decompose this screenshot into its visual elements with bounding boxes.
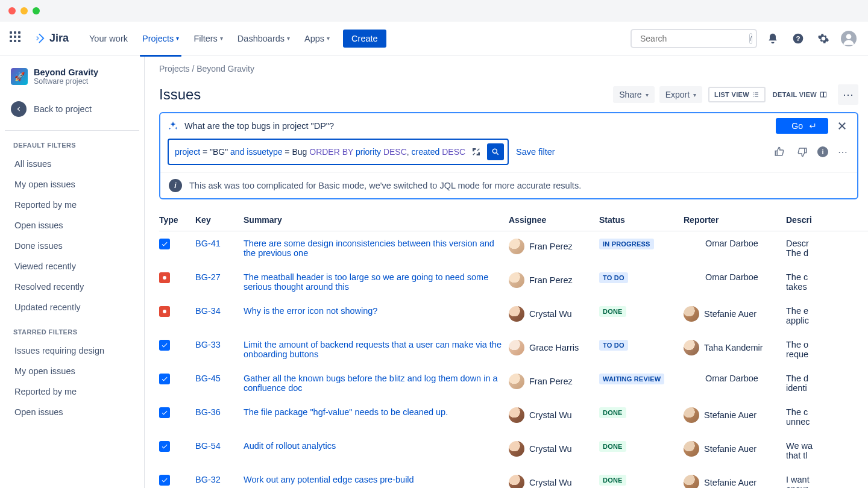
thumbs-down-button[interactable]: [794, 144, 810, 160]
back-to-project[interactable]: Back to project: [5, 96, 139, 122]
issue-key[interactable]: BG-32: [195, 475, 221, 484]
save-filter-link[interactable]: Save filter: [516, 147, 555, 157]
mac-minimize-button[interactable]: [20, 7, 28, 14]
status-badge[interactable]: DONE: [599, 306, 626, 317]
col-type[interactable]: Type: [159, 209, 195, 231]
expand-jql-button[interactable]: [469, 145, 483, 159]
issue-summary[interactable]: There are some design inconsistencies be…: [244, 239, 494, 258]
col-reporter[interactable]: Reporter: [684, 209, 786, 231]
filter-item[interactable]: Reported by me: [5, 195, 139, 215]
jql-input[interactable]: project = "BG" and issuetype = Bug ORDER…: [168, 139, 509, 165]
status-badge[interactable]: TO DO: [599, 272, 628, 283]
filter-item[interactable]: Updated recently: [5, 297, 139, 318]
export-button[interactable]: Export▾: [659, 86, 702, 103]
assignee-cell[interactable]: Fran Perez: [509, 272, 593, 288]
filter-item[interactable]: My open issues: [5, 361, 139, 381]
reporter-cell[interactable]: Omar Darboe: [684, 272, 780, 282]
filter-item[interactable]: Done issues: [5, 236, 139, 256]
detail-view-button[interactable]: DETAIL VIEW: [768, 87, 832, 102]
status-badge[interactable]: WAITING REVIEW: [599, 374, 664, 384]
table-row[interactable]: BG-36The file package "hgf-value" needs …: [159, 400, 868, 434]
assignee-cell[interactable]: Grace Harris: [509, 340, 593, 355]
status-badge[interactable]: IN PROGRESS: [599, 239, 654, 249]
reporter-cell[interactable]: Stefanie Auer: [684, 441, 780, 457]
issue-key[interactable]: BG-34: [195, 306, 221, 316]
filter-item[interactable]: Resolved recently: [5, 277, 139, 297]
settings-icon[interactable]: [814, 29, 833, 48]
issue-key[interactable]: BG-41: [195, 239, 221, 248]
issue-key[interactable]: BG-33: [195, 340, 221, 349]
issue-key[interactable]: BG-27: [195, 272, 221, 282]
issue-summary[interactable]: Audit of rollout analytics: [244, 441, 336, 451]
col-key[interactable]: Key: [195, 209, 244, 231]
table-row[interactable]: BG-54Audit of rollout analyticsCrystal W…: [159, 434, 868, 468]
issue-summary[interactable]: Work out any potential edge cases pre-bu…: [244, 475, 414, 484]
assignee-cell[interactable]: Crystal Wu: [509, 306, 593, 322]
issue-summary[interactable]: The meatball header is too large so we a…: [244, 272, 488, 292]
app-switcher-icon[interactable]: [10, 31, 24, 46]
table-row[interactable]: BG-41There are some design inconsistenci…: [159, 231, 868, 266]
col-status[interactable]: Status: [599, 209, 684, 231]
ai-go-button[interactable]: Go: [776, 118, 828, 134]
filter-item[interactable]: Open issues: [5, 402, 139, 422]
list-view-button[interactable]: LIST VIEW: [708, 87, 766, 102]
nav-apps[interactable]: Apps▾: [298, 29, 336, 48]
thumbs-up-button[interactable]: [772, 144, 787, 160]
more-actions-button[interactable]: ⋯: [838, 84, 858, 105]
create-button[interactable]: Create: [343, 30, 386, 48]
jql-more-button[interactable]: ⋯: [835, 144, 850, 160]
status-badge[interactable]: DONE: [599, 475, 626, 486]
profile-avatar[interactable]: [839, 29, 858, 48]
assignee-cell[interactable]: Crystal Wu: [509, 441, 593, 457]
reporter-cell[interactable]: Stefanie Auer: [684, 475, 780, 488]
assignee-cell[interactable]: Crystal Wu: [509, 475, 593, 488]
filter-item[interactable]: My open issues: [5, 174, 139, 195]
reporter-cell[interactable]: Stefanie Auer: [684, 407, 780, 423]
filter-item[interactable]: Reported by me: [5, 381, 139, 402]
table-row[interactable]: BG-45Gather all the known bugs before th…: [159, 366, 868, 400]
issue-summary[interactable]: Gather all the known bugs before the bli…: [244, 374, 498, 393]
nav-projects[interactable]: Projects▾: [136, 29, 185, 48]
mac-close-button[interactable]: [8, 7, 16, 14]
ai-close-button[interactable]: [834, 118, 850, 134]
notifications-icon[interactable]: [763, 29, 782, 48]
filter-item[interactable]: Open issues: [5, 215, 139, 236]
issue-key[interactable]: BG-45: [195, 374, 221, 383]
assignee-cell[interactable]: Fran Perez: [509, 239, 593, 254]
mac-zoom-button[interactable]: [33, 7, 40, 14]
reporter-cell[interactable]: Omar Darboe: [684, 374, 780, 383]
issue-key[interactable]: BG-54: [195, 441, 221, 451]
issue-summary[interactable]: Limit the amount of backend requests tha…: [244, 340, 502, 359]
assignee-cell[interactable]: Crystal Wu: [509, 407, 593, 423]
reporter-cell[interactable]: Taha Kandemir: [684, 340, 780, 355]
status-badge[interactable]: DONE: [599, 441, 626, 452]
table-row[interactable]: BG-34Why is the error icon not showing?C…: [159, 299, 868, 333]
filter-item[interactable]: Issues requiring design: [5, 340, 139, 361]
search-input[interactable]: [640, 34, 746, 43]
jql-info-icon[interactable]: i: [817, 146, 828, 157]
filter-item[interactable]: Viewed recently: [5, 256, 139, 277]
issue-summary[interactable]: The file package "hgf-value" needs to be…: [244, 407, 448, 417]
jira-logo[interactable]: Jira: [34, 32, 69, 45]
breadcrumb-projects[interactable]: Projects: [159, 64, 190, 74]
table-row[interactable]: BG-33Limit the amount of backend request…: [159, 333, 868, 366]
status-badge[interactable]: TO DO: [599, 340, 628, 351]
nav-filters[interactable]: Filters▾: [187, 29, 228, 48]
filter-item[interactable]: All issues: [5, 154, 139, 174]
reporter-cell[interactable]: Stefanie Auer: [684, 306, 780, 322]
col-description[interactable]: Descri: [786, 209, 868, 231]
help-icon[interactable]: ?: [788, 29, 808, 48]
sidebar-project-header[interactable]: 🚀 Beyond Gravity Software project: [5, 67, 139, 96]
table-row[interactable]: BG-27The meatball header is too large so…: [159, 265, 868, 299]
status-badge[interactable]: DONE: [599, 407, 626, 418]
col-assignee[interactable]: Assignee: [509, 209, 599, 231]
col-summary[interactable]: Summary: [244, 209, 509, 231]
issue-key[interactable]: BG-36: [195, 407, 221, 417]
table-row[interactable]: BG-32Work out any potential edge cases p…: [159, 468, 868, 488]
assignee-cell[interactable]: Fran Perez: [509, 374, 593, 389]
nav-your-work[interactable]: Your work: [83, 29, 134, 48]
nav-dashboards[interactable]: Dashboards▾: [231, 29, 296, 48]
reporter-cell[interactable]: Omar Darboe: [684, 239, 780, 248]
share-button[interactable]: Share▾: [613, 86, 654, 103]
global-search[interactable]: /: [631, 29, 757, 48]
